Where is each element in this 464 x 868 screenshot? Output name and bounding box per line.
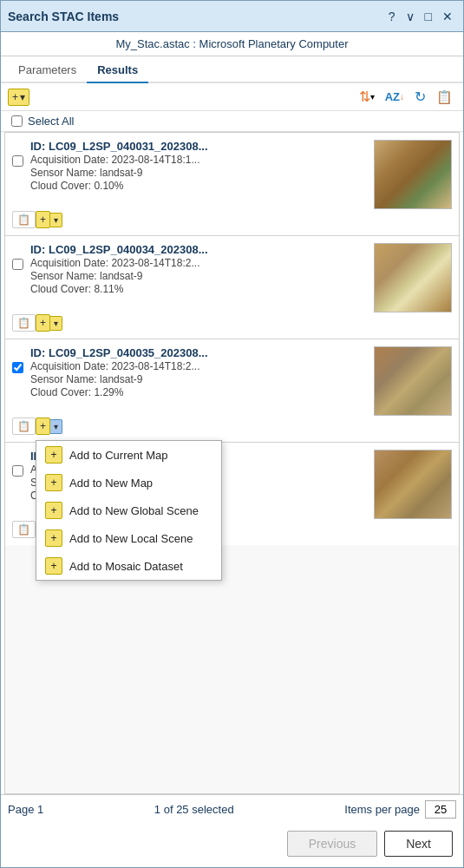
- result-actions-2: 📋 + ▾: [12, 312, 452, 335]
- main-window: Search STAC Items ? ∨ □ ✕ My_Stac.astac …: [0, 0, 464, 868]
- item-checkbox-1[interactable]: [12, 155, 23, 167]
- help-button[interactable]: ?: [385, 8, 399, 25]
- result-sensor-2: Sensor Name: landsat-9: [30, 270, 367, 282]
- refresh-icon: ↻: [415, 89, 426, 105]
- items-per-page-input[interactable]: [425, 800, 456, 819]
- result-item-header: ID: LC09_L2SP_040031_202308... Acquisiti…: [12, 140, 452, 209]
- result-item-header-2: ID: LC09_L2SP_040034_202308... Acquisiti…: [12, 243, 452, 312]
- add-to-map-button-3[interactable]: +: [36, 418, 50, 435]
- list-item: ID: LC09_L2SP_040031_202308... Acquisiti…: [5, 133, 459, 236]
- selected-indicator: 1 of 25 selected: [154, 803, 234, 816]
- add-btn-group-3: + ▾ + Add to Current Map + Add to New Ma…: [36, 418, 62, 435]
- result-item-info-3: ID: LC09_L2SP_040035_202308... Acquisiti…: [30, 346, 367, 398]
- dropdown-item-current-map[interactable]: + Add to Current Map: [36, 441, 221, 469]
- list-item: ID: LC09_L2SP_040034_202308... Acquisiti…: [5, 236, 459, 339]
- result-item-header-3: ID: LC09_L2SP_040035_202308... Acquisiti…: [12, 346, 452, 416]
- add-btn-group-1: + ▾: [36, 211, 62, 228]
- sort-az-button[interactable]: AZ ↓: [382, 89, 408, 105]
- result-id-2: ID: LC09_L2SP_040034_202308...: [30, 243, 367, 256]
- dropdown-item-local-scene[interactable]: + Add to New Local Scene: [36, 524, 221, 552]
- dropdown-item-mosaic[interactable]: + Add to Mosaic Dataset: [36, 552, 221, 580]
- add-to-map-button-2[interactable]: +: [36, 314, 50, 332]
- result-thumbnail-4: [374, 450, 452, 519]
- result-acquisition-1: Acquisition Date: 2023-08-14T18:1...: [30, 154, 367, 166]
- result-cloud-3: Cloud Cover: 1.29%: [30, 386, 367, 398]
- title-bar: Search STAC Items ? ∨ □ ✕: [1, 1, 463, 32]
- window-title: Search STAC Items: [8, 10, 119, 23]
- items-per-page: Items per page: [344, 800, 456, 819]
- result-sensor-1: Sensor Name: landsat-9: [30, 167, 367, 179]
- tab-parameters[interactable]: Parameters: [8, 60, 87, 83]
- results-list: ID: LC09_L2SP_040031_202308... Acquisiti…: [4, 132, 460, 794]
- result-actions-1: 📋 + ▾: [12, 209, 452, 232]
- export-icon: 📋: [436, 89, 453, 105]
- global-icon: +: [45, 502, 62, 519]
- mosaic-icon: +: [45, 557, 62, 575]
- result-id-3: ID: LC09_L2SP_040035_202308...: [30, 346, 367, 359]
- copy-button-3[interactable]: 📋: [12, 418, 36, 435]
- result-acquisition-2: Acquisition Date: 2023-08-14T18:2...: [30, 257, 367, 269]
- next-button[interactable]: Next: [384, 831, 453, 857]
- add-dropdown-menu: + Add to Current Map + Add to New Map + …: [36, 440, 222, 581]
- result-thumbnail-1: [374, 140, 452, 209]
- maximize-button[interactable]: □: [422, 8, 435, 25]
- previous-button[interactable]: Previous: [287, 831, 377, 857]
- item-checkbox-4[interactable]: [12, 465, 23, 477]
- local-icon: +: [45, 529, 62, 547]
- copy-button-4[interactable]: 📋: [12, 521, 36, 538]
- add-btn-group-2: + ▾: [36, 314, 62, 332]
- dropdown-item-global-scene[interactable]: + Add to New Global Scene: [36, 496, 221, 524]
- result-item-info-1: ID: LC09_L2SP_040031_202308... Acquisiti…: [30, 140, 367, 192]
- select-all-checkbox[interactable]: [11, 115, 23, 127]
- add-to-map-button-1[interactable]: +: [36, 211, 50, 228]
- sort-dropdown-arrow: ▾: [370, 92, 375, 102]
- result-cloud-1: Cloud Cover: 0.10%: [30, 180, 367, 192]
- result-actions-3: 📋 + ▾ + Add to Current Map + Add to New …: [12, 416, 452, 438]
- copy-button-1[interactable]: 📋: [12, 211, 36, 228]
- close-button[interactable]: ✕: [439, 8, 456, 25]
- result-sensor-3: Sensor Name: landsat-9: [30, 373, 367, 385]
- toolbar: + ▾ ⇅ ▾ AZ ↓ ↻ 📋: [1, 83, 463, 111]
- item-checkbox-3[interactable]: [12, 362, 23, 373]
- page-indicator: Page 1: [8, 803, 43, 816]
- footer: Page 1 1 of 25 selected Items per page: [1, 794, 463, 824]
- refresh-button[interactable]: ↻: [411, 87, 429, 107]
- select-all-row: Select All: [1, 111, 463, 132]
- add-icon: +: [12, 91, 18, 103]
- tabs-bar: Parameters Results: [1, 56, 463, 83]
- toolbar-right: ⇅ ▾ AZ ↓ ↻ 📋: [356, 87, 456, 107]
- add-dropdown-3[interactable]: ▾: [50, 419, 62, 434]
- add-dropdown-2[interactable]: ▾: [50, 316, 62, 331]
- nav-buttons: Previous Next: [1, 824, 463, 867]
- list-item: ID: LC09_L2SP_040035_202308... Acquisiti…: [5, 339, 459, 443]
- map-icon: +: [45, 446, 62, 464]
- result-thumbnail-2: [374, 243, 452, 312]
- copy-button-2[interactable]: 📋: [12, 314, 36, 332]
- sort-icon: ⇅: [359, 89, 370, 105]
- az-arrow: ↓: [400, 92, 404, 102]
- item-checkbox-2[interactable]: [12, 259, 23, 270]
- export-button[interactable]: 📋: [433, 88, 456, 107]
- sort-az-icon: AZ: [385, 90, 400, 103]
- minimize-button[interactable]: ∨: [402, 8, 418, 25]
- select-all-label[interactable]: Select All: [28, 115, 74, 128]
- result-thumbnail-3: [374, 346, 452, 416]
- result-acquisition-3: Acquisition Date: 2023-08-14T18:2...: [30, 360, 367, 372]
- dropdown-item-new-map[interactable]: + Add to New Map: [36, 469, 221, 496]
- result-item-info-2: ID: LC09_L2SP_040034_202308... Acquisiti…: [30, 243, 367, 295]
- items-per-page-label: Items per page: [344, 803, 420, 816]
- add-dropdown-arrow: ▾: [20, 91, 25, 103]
- tab-results[interactable]: Results: [87, 60, 148, 83]
- window-controls: ? ∨ □ ✕: [385, 8, 456, 25]
- sort-button[interactable]: ⇅ ▾: [356, 87, 378, 107]
- add-dropdown-1[interactable]: ▾: [50, 213, 62, 227]
- result-id-1: ID: LC09_L2SP_040031_202308...: [30, 140, 367, 153]
- add-button[interactable]: + ▾: [8, 89, 29, 106]
- connection-subtitle: My_Stac.astac : Microsoft Planetary Comp…: [1, 32, 463, 56]
- new-map-icon: +: [45, 474, 62, 491]
- toolbar-left: + ▾: [8, 89, 29, 106]
- result-cloud-2: Cloud Cover: 8.11%: [30, 283, 367, 295]
